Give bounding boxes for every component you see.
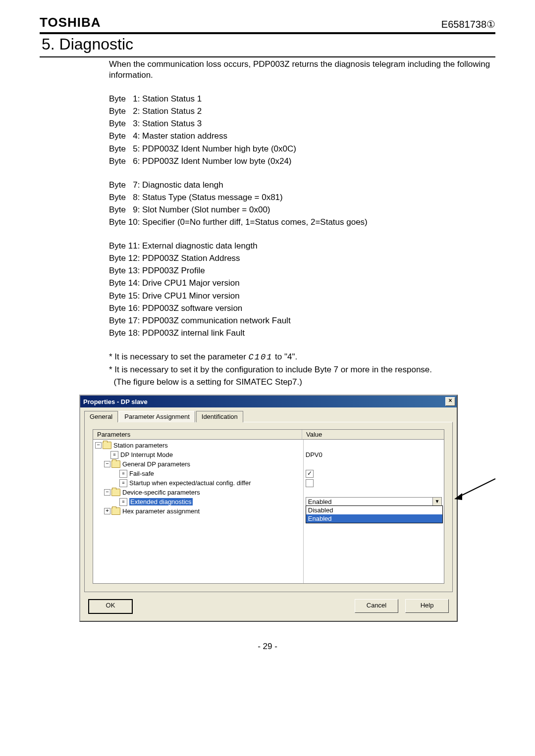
section-title: 5. Diagnostic: [40, 32, 495, 57]
dialog-title: Properties - DP slave: [83, 398, 148, 405]
extended-diagnostics-dropdown-list[interactable]: Disabled Enabled: [306, 505, 443, 523]
byte-line: Byte 17: PDP003Z communication network F…: [109, 315, 490, 326]
byte-line: Byte 14: Drive CPU1 Major version: [109, 278, 490, 289]
cancel-button[interactable]: Cancel: [355, 599, 398, 613]
leaf-icon: ≡: [119, 470, 127, 478]
dropdown-option-enabled[interactable]: Enabled: [306, 514, 442, 523]
tree-node-station-parameters[interactable]: − Station parameters: [95, 441, 301, 450]
tab-identification[interactable]: Identification: [196, 411, 243, 422]
value-startup-config-differ[interactable]: [306, 478, 442, 488]
intro-text: When the communication loss occurs, PDP0…: [109, 59, 490, 81]
dropdown-option-disabled[interactable]: Disabled: [306, 506, 442, 514]
folder-icon: [111, 460, 120, 468]
byte-line: Byte 4: Master station address: [109, 131, 490, 142]
leaf-icon: ≡: [110, 451, 118, 459]
byte-line: Byte 1: Station Status 1: [109, 94, 490, 104]
collapse-icon[interactable]: −: [104, 461, 110, 467]
callout-arrow-icon: [453, 476, 498, 506]
byte-line: Byte 15: Drive CPU1 Minor version: [109, 291, 490, 302]
byte-line: Byte 7: Diagnostic data lengh: [109, 180, 490, 191]
close-button[interactable]: ×: [445, 397, 455, 406]
byte-line: Byte 13: PDP003Z Profile: [109, 265, 490, 276]
folder-icon: [103, 442, 111, 449]
tree-node-dp-interrupt-mode[interactable]: ≡ DP Interrupt Mode: [95, 450, 301, 459]
byte-line: Byte 8: Status Type (Status message = 0x…: [109, 192, 490, 203]
note-line: * It is necessary to set the parameter C…: [109, 352, 490, 363]
column-header-value: Value: [302, 430, 444, 439]
folder-icon: [111, 489, 120, 496]
tree-node-extended-diagnostics[interactable]: ≡ Extended diagnostics: [95, 497, 301, 506]
column-header-parameters: Parameters: [93, 430, 302, 439]
leaf-icon: ≡: [119, 498, 127, 506]
tab-parameter-assignment[interactable]: Parameter Assignment: [119, 411, 195, 422]
tree-node-startup-config-differ[interactable]: ≡ Startup when expected/actual config. d…: [95, 478, 301, 488]
folder-icon: [111, 507, 120, 515]
leaf-icon: ≡: [119, 479, 127, 487]
byte-line: Byte 9: Slot Number (Slot number = 0x00): [109, 204, 490, 215]
checkbox-checked-icon[interactable]: ✓: [306, 470, 314, 478]
value-dp-interrupt-mode[interactable]: DPV0: [306, 450, 442, 459]
collapse-icon[interactable]: −: [95, 442, 102, 449]
doc-code: E6581738①: [441, 18, 495, 30]
page-number: - 29 -: [40, 642, 495, 652]
value-fail-safe[interactable]: ✓: [306, 469, 442, 478]
byte-line: Byte 2: Station Status 2: [109, 106, 490, 117]
tree-node-fail-safe[interactable]: ≡ Fail-safe: [95, 469, 301, 478]
brand-logo: TOSHIBA: [40, 15, 101, 30]
byte-line: Byte 5: PDP003Z Ident Number high byte (…: [109, 144, 490, 154]
tree-node-hex-parameter-assignment[interactable]: + Hex parameter assignment: [95, 506, 301, 516]
chevron-down-icon[interactable]: ▼: [432, 498, 441, 506]
byte-line: Byte 6: PDP003Z Ident Number low byte (0…: [109, 156, 490, 167]
byte-line: Byte 12: PDP003Z Station Address: [109, 253, 490, 264]
tab-general[interactable]: General: [84, 411, 118, 422]
note-line: (The figure below is a setting for SIMAT…: [109, 377, 490, 388]
dp-slave-properties-dialog: Properties - DP slave × General Paramete…: [79, 395, 458, 622]
tree-node-device-specific-parameters[interactable]: − Device-specific parameters: [95, 488, 301, 497]
expand-icon[interactable]: +: [104, 508, 110, 514]
checkbox-unchecked-icon[interactable]: [306, 479, 314, 487]
byte-line: Byte 11: External diagnostic data length: [109, 241, 490, 252]
param-code: C101: [249, 353, 273, 362]
svg-line-0: [458, 479, 495, 497]
help-button[interactable]: Help: [405, 599, 449, 613]
tree-node-general-dp-parameters[interactable]: − General DP parameters: [95, 459, 301, 469]
collapse-icon[interactable]: −: [104, 489, 110, 496]
byte-line: Byte 16: PDP003Z software version: [109, 303, 490, 314]
ok-button[interactable]: OK: [88, 599, 133, 614]
byte-line: Byte 10: Specifier (0=No further diff, 1…: [109, 217, 490, 228]
byte-line: Byte 18: PDP003Z internal link Fault: [109, 328, 490, 339]
byte-line: Byte 3: Station Status 3: [109, 118, 490, 129]
note-line: * It is necessary to set it by the confi…: [109, 364, 490, 375]
